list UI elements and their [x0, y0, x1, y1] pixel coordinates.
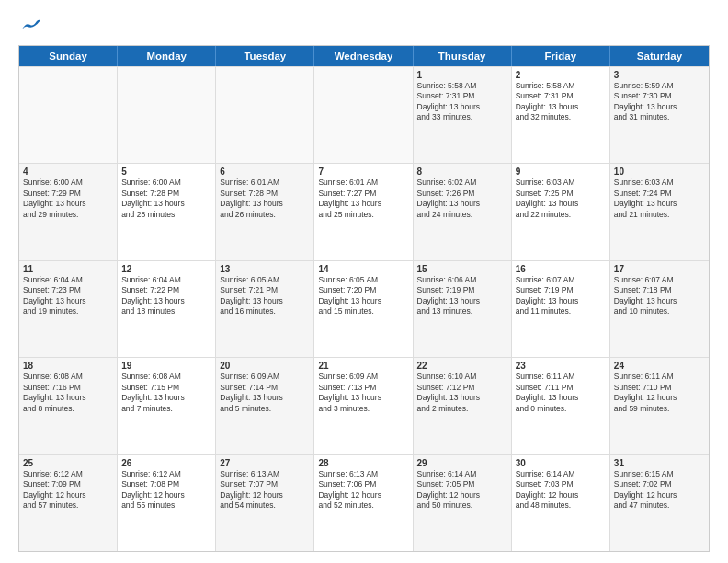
day-number: 6 — [220, 167, 310, 177]
cell-text: Sunrise: 6:07 AM Sunset: 7:18 PM Dayligh… — [614, 275, 705, 317]
header — [18, 17, 710, 36]
day-number: 23 — [516, 361, 606, 371]
cal-cell: 28Sunrise: 6:13 AM Sunset: 7:06 PM Dayli… — [314, 455, 413, 551]
header-day-sunday: Sunday — [19, 46, 118, 66]
cell-text: Sunrise: 6:04 AM Sunset: 7:23 PM Dayligh… — [23, 275, 113, 317]
cell-text: Sunrise: 6:09 AM Sunset: 7:14 PM Dayligh… — [220, 372, 310, 414]
cell-text: Sunrise: 6:05 AM Sunset: 7:21 PM Dayligh… — [220, 275, 310, 317]
cal-cell: 20Sunrise: 6:09 AM Sunset: 7:14 PM Dayli… — [216, 358, 314, 454]
cal-cell: 3Sunrise: 5:59 AM Sunset: 7:30 PM Daylig… — [610, 67, 709, 163]
cal-cell: 1Sunrise: 5:58 AM Sunset: 7:31 PM Daylig… — [414, 67, 512, 163]
day-number: 8 — [417, 167, 507, 177]
cell-text: Sunrise: 6:04 AM Sunset: 7:22 PM Dayligh… — [121, 275, 211, 317]
cell-text: Sunrise: 6:02 AM Sunset: 7:26 PM Dayligh… — [417, 178, 507, 220]
cal-cell: 9Sunrise: 6:03 AM Sunset: 7:25 PM Daylig… — [512, 164, 610, 259]
day-number: 15 — [417, 264, 507, 274]
cal-cell: 5Sunrise: 6:00 AM Sunset: 7:28 PM Daylig… — [118, 164, 216, 259]
day-number: 31 — [614, 458, 705, 468]
day-number: 10 — [614, 167, 705, 177]
cal-cell: 18Sunrise: 6:08 AM Sunset: 7:16 PM Dayli… — [19, 358, 118, 454]
cal-cell: 21Sunrise: 6:09 AM Sunset: 7:13 PM Dayli… — [314, 358, 413, 454]
day-number: 17 — [614, 264, 705, 274]
calendar: SundayMondayTuesdayWednesdayThursdayFrid… — [18, 45, 710, 552]
day-number: 29 — [417, 458, 507, 468]
day-number: 13 — [220, 264, 310, 274]
cell-text: Sunrise: 5:58 AM Sunset: 7:31 PM Dayligh… — [417, 81, 507, 123]
cell-text: Sunrise: 6:13 AM Sunset: 7:06 PM Dayligh… — [318, 469, 408, 511]
cal-cell — [314, 67, 413, 163]
day-number: 14 — [318, 264, 408, 274]
page: SundayMondayTuesdayWednesdayThursdayFrid… — [0, 0, 728, 563]
cal-cell: 29Sunrise: 6:14 AM Sunset: 7:05 PM Dayli… — [414, 455, 512, 551]
cell-text: Sunrise: 6:15 AM Sunset: 7:02 PM Dayligh… — [614, 469, 705, 511]
day-number: 20 — [220, 361, 310, 371]
cal-cell: 24Sunrise: 6:11 AM Sunset: 7:10 PM Dayli… — [610, 358, 709, 454]
cal-cell: 17Sunrise: 6:07 AM Sunset: 7:18 PM Dayli… — [610, 261, 709, 357]
cell-text: Sunrise: 6:01 AM Sunset: 7:28 PM Dayligh… — [220, 178, 310, 220]
cell-text: Sunrise: 5:59 AM Sunset: 7:30 PM Dayligh… — [614, 81, 705, 123]
day-number: 1 — [417, 70, 507, 80]
week-row-3: 11Sunrise: 6:04 AM Sunset: 7:23 PM Dayli… — [19, 260, 709, 357]
cal-cell: 10Sunrise: 6:03 AM Sunset: 7:24 PM Dayli… — [610, 164, 709, 259]
cell-text: Sunrise: 6:01 AM Sunset: 7:27 PM Dayligh… — [318, 178, 408, 220]
day-number: 28 — [318, 458, 408, 468]
day-number: 27 — [220, 458, 310, 468]
cell-text: Sunrise: 6:03 AM Sunset: 7:25 PM Dayligh… — [516, 178, 606, 220]
header-day-tuesday: Tuesday — [216, 46, 314, 66]
day-number: 7 — [318, 167, 408, 177]
day-number: 5 — [121, 167, 211, 177]
cell-text: Sunrise: 6:05 AM Sunset: 7:20 PM Dayligh… — [318, 275, 408, 317]
cell-text: Sunrise: 6:06 AM Sunset: 7:19 PM Dayligh… — [417, 275, 507, 317]
day-number: 18 — [23, 361, 113, 371]
cell-text: Sunrise: 6:08 AM Sunset: 7:16 PM Dayligh… — [23, 372, 113, 414]
week-row-5: 25Sunrise: 6:12 AM Sunset: 7:09 PM Dayli… — [19, 454, 709, 551]
day-number: 25 — [23, 458, 113, 468]
day-number: 9 — [516, 167, 606, 177]
cell-text: Sunrise: 6:14 AM Sunset: 7:03 PM Dayligh… — [516, 469, 606, 511]
cell-text: Sunrise: 6:12 AM Sunset: 7:09 PM Dayligh… — [23, 469, 113, 511]
cell-text: Sunrise: 6:13 AM Sunset: 7:07 PM Dayligh… — [220, 469, 310, 511]
cell-text: Sunrise: 6:11 AM Sunset: 7:10 PM Dayligh… — [614, 372, 705, 414]
cal-cell: 27Sunrise: 6:13 AM Sunset: 7:07 PM Dayli… — [216, 455, 314, 551]
cal-cell: 14Sunrise: 6:05 AM Sunset: 7:20 PM Dayli… — [314, 261, 413, 357]
header-day-saturday: Saturday — [610, 46, 709, 66]
cell-text: Sunrise: 6:12 AM Sunset: 7:08 PM Dayligh… — [121, 469, 211, 511]
logo — [18, 17, 40, 36]
cal-cell: 25Sunrise: 6:12 AM Sunset: 7:09 PM Dayli… — [19, 455, 118, 551]
day-number: 16 — [516, 264, 606, 274]
cell-text: Sunrise: 6:14 AM Sunset: 7:05 PM Dayligh… — [417, 469, 507, 511]
cell-text: Sunrise: 6:09 AM Sunset: 7:13 PM Dayligh… — [318, 372, 408, 414]
cal-cell: 22Sunrise: 6:10 AM Sunset: 7:12 PM Dayli… — [414, 358, 512, 454]
cell-text: Sunrise: 5:58 AM Sunset: 7:31 PM Dayligh… — [516, 81, 606, 123]
week-row-2: 4Sunrise: 6:00 AM Sunset: 7:29 PM Daylig… — [19, 163, 709, 259]
calendar-body: 1Sunrise: 5:58 AM Sunset: 7:31 PM Daylig… — [19, 66, 709, 551]
cal-cell: 16Sunrise: 6:07 AM Sunset: 7:19 PM Dayli… — [512, 261, 610, 357]
cal-cell: 23Sunrise: 6:11 AM Sunset: 7:11 PM Dayli… — [512, 358, 610, 454]
cal-cell: 8Sunrise: 6:02 AM Sunset: 7:26 PM Daylig… — [414, 164, 512, 259]
header-day-wednesday: Wednesday — [314, 46, 413, 66]
day-number: 2 — [516, 70, 606, 80]
day-number: 22 — [417, 361, 507, 371]
cal-cell: 19Sunrise: 6:08 AM Sunset: 7:15 PM Dayli… — [118, 358, 216, 454]
cal-cell: 12Sunrise: 6:04 AM Sunset: 7:22 PM Dayli… — [118, 261, 216, 357]
day-number: 12 — [121, 264, 211, 274]
cell-text: Sunrise: 6:07 AM Sunset: 7:19 PM Dayligh… — [516, 275, 606, 317]
day-number: 30 — [516, 458, 606, 468]
header-day-monday: Monday — [118, 46, 216, 66]
header-day-friday: Friday — [512, 46, 610, 66]
day-number: 21 — [318, 361, 408, 371]
day-number: 3 — [614, 70, 705, 80]
header-day-thursday: Thursday — [414, 46, 512, 66]
calendar-header: SundayMondayTuesdayWednesdayThursdayFrid… — [19, 46, 709, 66]
cal-cell: 13Sunrise: 6:05 AM Sunset: 7:21 PM Dayli… — [216, 261, 314, 357]
cal-cell — [118, 67, 216, 163]
day-number: 19 — [121, 361, 211, 371]
cal-cell: 7Sunrise: 6:01 AM Sunset: 7:27 PM Daylig… — [314, 164, 413, 259]
cal-cell: 26Sunrise: 6:12 AM Sunset: 7:08 PM Dayli… — [118, 455, 216, 551]
cal-cell: 11Sunrise: 6:04 AM Sunset: 7:23 PM Dayli… — [19, 261, 118, 357]
week-row-1: 1Sunrise: 5:58 AM Sunset: 7:31 PM Daylig… — [19, 66, 709, 163]
cal-cell: 30Sunrise: 6:14 AM Sunset: 7:03 PM Dayli… — [512, 455, 610, 551]
cal-cell: 31Sunrise: 6:15 AM Sunset: 7:02 PM Dayli… — [610, 455, 709, 551]
day-number: 11 — [23, 264, 113, 274]
cal-cell: 6Sunrise: 6:01 AM Sunset: 7:28 PM Daylig… — [216, 164, 314, 259]
